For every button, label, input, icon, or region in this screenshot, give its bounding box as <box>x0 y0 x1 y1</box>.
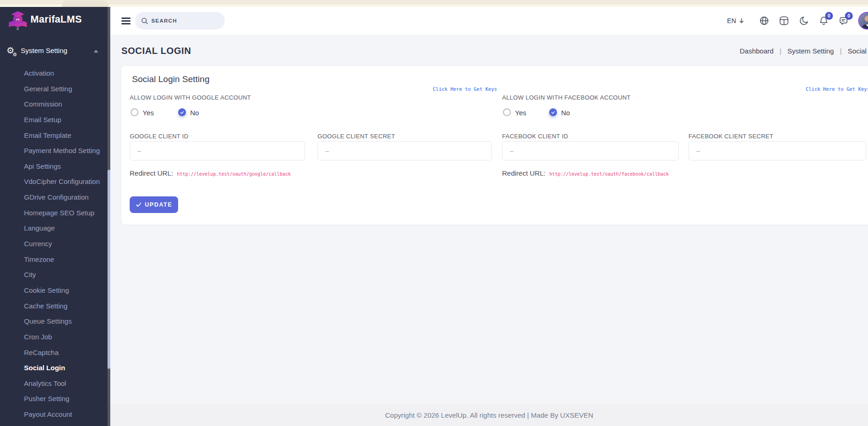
check-icon <box>551 110 556 115</box>
messages-chat-icon[interactable]: 0 <box>838 16 849 26</box>
google-allow-label: ALLOW LOGIN WITH GOOGLE ACCOUNT <box>130 94 251 101</box>
layout-builder-icon[interactable] <box>779 16 789 26</box>
sidebar-item-timezone[interactable]: Timezone <box>0 252 108 267</box>
breadcrumb: Dashboard|System Setting|Social Log <box>740 47 868 55</box>
sidebar-item-general-setting[interactable]: General Setting <box>0 81 108 97</box>
breadcrumb-separator: | <box>779 47 781 55</box>
hamburger-menu-icon[interactable] <box>121 18 131 24</box>
card-title: Social Login Setting <box>132 74 210 84</box>
sidebar-item-language[interactable]: Language <box>0 220 108 236</box>
sidebar-item-queue-settings[interactable]: Queue Settings <box>0 314 108 329</box>
facebook-yes-label[interactable]: Yes <box>515 109 526 117</box>
sidebar-item-api-settings[interactable]: Api Settings <box>0 159 108 174</box>
google-client-secret-label: GOOGLE CLIENT SECRET <box>317 133 395 140</box>
footer: Copyright © 2026 LevelUp. All rights res… <box>110 404 868 426</box>
update-button-label: UPDATE <box>145 201 172 208</box>
google-yes-label[interactable]: Yes <box>143 109 154 117</box>
footer-copyright: Copyright © 2026 LevelUp. All rights res… <box>385 411 593 419</box>
globe-icon[interactable] <box>759 16 769 26</box>
facebook-yes-radio[interactable] <box>503 108 511 116</box>
facebook-redirect-label: Redirect URL: <box>502 169 545 177</box>
app-logo-text: MarifaLMS <box>30 14 82 25</box>
page-title: SOCIAL LOGIN <box>121 46 191 56</box>
google-redirect-row: Redirect URL: http://levelup.test/oauth/… <box>130 169 291 177</box>
sidebar-item-recaptcha[interactable]: ReCaptcha <box>0 345 108 361</box>
social-login-settings-card: Social Login Setting Click Here to Get K… <box>121 66 868 225</box>
sidebar-item-commission[interactable]: Commission <box>0 96 108 112</box>
google-no-radio[interactable] <box>178 108 186 116</box>
facebook-client-secret-input[interactable] <box>688 141 866 160</box>
sidebar-menu: Activation General Setting Commission Em… <box>0 65 108 422</box>
sidebar-item-currency[interactable]: Currency <box>0 236 108 252</box>
google-no-label[interactable]: No <box>190 109 199 117</box>
topbar-actions: EN 0 <box>727 7 868 35</box>
breadcrumb-social-login: Social Log <box>848 47 868 55</box>
sidebar-item-vdocipher-configuration[interactable]: VdoCipher Configuration <box>0 174 108 189</box>
sidebar-section-label: System Setting <box>21 47 67 54</box>
search-input[interactable] <box>151 18 216 24</box>
search-box[interactable] <box>135 12 225 30</box>
gears-icon: ⚙⚙ <box>6 46 14 55</box>
google-yes-radio[interactable] <box>131 108 138 116</box>
search-icon <box>141 18 148 24</box>
language-label: EN <box>727 17 736 24</box>
sidebar-item-cookie-setting[interactable]: Cookie Setting <box>0 283 108 298</box>
google-get-keys-link[interactable]: Click Here to Get Keys <box>433 86 497 92</box>
google-client-id-input[interactable] <box>130 141 305 160</box>
arrow-down-icon <box>738 18 745 24</box>
sidebar-section-system-setting[interactable]: ⚙⚙ System Setting <box>0 45 108 59</box>
sidebar-item-payout-account[interactable]: Payout Account <box>0 407 108 422</box>
user-avatar[interactable] <box>858 12 868 30</box>
sidebar-item-cache-setting[interactable]: Cache Setting <box>0 298 108 314</box>
sidebar: MarifaLMS ⚙⚙ System Setting Activation G… <box>0 7 108 426</box>
topbar: EN 0 <box>110 7 868 35</box>
facebook-no-radio[interactable] <box>549 108 557 116</box>
sidebar-item-gdrive-configuration[interactable]: GDrive Configuration <box>0 189 108 205</box>
browser-tab-fragment <box>62 1 108 7</box>
language-switcher[interactable]: EN <box>727 17 745 24</box>
breadcrumb-system-setting[interactable]: System Setting <box>787 47 834 55</box>
sidebar-item-pusher-setting[interactable]: Pusher Setting <box>0 391 108 407</box>
sidebar-item-cron-job[interactable]: Cron Job <box>0 329 108 345</box>
facebook-redirect-row: Redirect URL: http://levelup.test/oauth/… <box>502 169 669 177</box>
facebook-client-id-label: FACEBOOK CLIENT ID <box>502 133 568 140</box>
sidebar-item-email-template[interactable]: Email Template <box>0 128 108 143</box>
google-redirect-label: Redirect URL: <box>130 169 173 177</box>
sidebar-item-social-login[interactable]: Social Login <box>0 360 108 376</box>
check-icon <box>136 202 142 207</box>
facebook-allow-label: ALLOW LOGIN WITH FACEBOOK ACCOUNT <box>502 94 631 101</box>
sidebar-item-homepage-seo-setup[interactable]: Homepage SEO Setup <box>0 205 108 221</box>
app-logo-icon <box>7 9 29 31</box>
google-client-secret-input[interactable] <box>317 141 492 160</box>
sidebar-item-email-setup[interactable]: Email Setup <box>0 112 108 128</box>
notifications-bell-icon[interactable]: 0 <box>819 16 829 26</box>
message-badge: 0 <box>845 12 853 20</box>
google-client-id-label: GOOGLE CLIENT ID <box>130 133 188 140</box>
breadcrumb-dashboard[interactable]: Dashboard <box>740 47 773 55</box>
facebook-client-secret-label: FACEBOOK CLIENT SECRET <box>688 133 773 140</box>
breadcrumb-separator: | <box>840 47 842 55</box>
facebook-get-keys-link[interactable]: Click Here to Get Keys <box>806 86 868 92</box>
sidebar-item-payment-method-setting[interactable]: Payment Method Setting <box>0 143 108 159</box>
browser-chrome-strip <box>0 0 868 7</box>
chevron-up-icon <box>94 50 98 53</box>
notification-badge: 0 <box>825 12 833 20</box>
sidebar-item-analytics-tool[interactable]: Analytics Tool <box>0 376 108 391</box>
facebook-client-id-input[interactable] <box>502 141 679 160</box>
update-button[interactable]: UPDATE <box>130 196 178 213</box>
sidebar-item-activation[interactable]: Activation <box>0 65 108 81</box>
dark-mode-moon-icon[interactable] <box>799 16 809 26</box>
google-redirect-url: http://levelup.test/oauth/google/callbac… <box>177 172 291 177</box>
facebook-redirect-url: http://levelup.test/oauth/facebook/callb… <box>549 172 669 177</box>
facebook-no-label[interactable]: No <box>561 109 570 117</box>
check-icon <box>180 110 185 115</box>
sidebar-item-city[interactable]: City <box>0 267 108 283</box>
